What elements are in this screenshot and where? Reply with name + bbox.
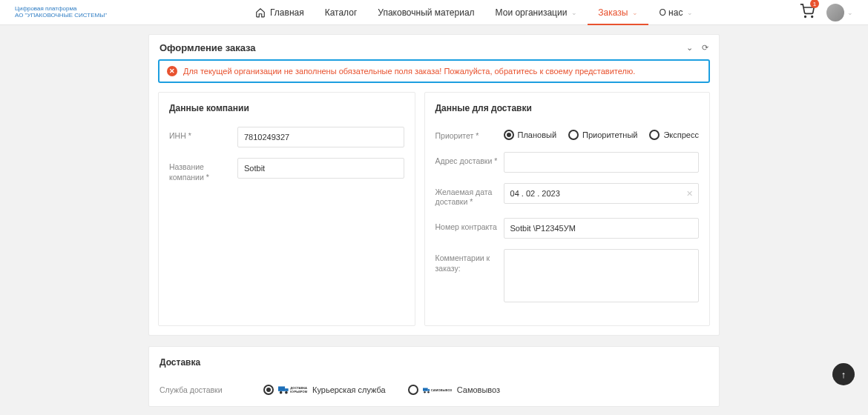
courier-icon: ДОСТАВКА КУРЬЕРОМ xyxy=(278,384,308,396)
svg-point-1 xyxy=(812,16,813,18)
delivery-pickup[interactable]: САМОВЫВОЗ Самовывоз xyxy=(408,384,500,396)
svg-text:КУРЬЕРОМ: КУРЬЕРОМ xyxy=(290,390,307,394)
logo-line2: АО "УПАКОВОЧНЫЕ СИСТЕМЫ" xyxy=(15,13,126,19)
header-right: 1 ⌄ xyxy=(800,4,853,21)
radio-icon xyxy=(649,130,660,140)
alert-text: Для текущей организации не заполнены обя… xyxy=(183,67,635,76)
svg-point-5 xyxy=(285,391,288,394)
collapse-icon[interactable]: ⌄ xyxy=(686,43,693,53)
refresh-icon[interactable]: ⟳ xyxy=(702,43,708,53)
svg-rect-3 xyxy=(285,388,289,391)
header: Цифровая платформа АО "УПАКОВОЧНЫЕ СИСТЕ… xyxy=(0,0,868,25)
svg-point-10 xyxy=(424,391,426,394)
svg-point-4 xyxy=(280,391,283,394)
card-tools: ⌄ ⟳ xyxy=(686,43,708,53)
company-heading: Данные компании xyxy=(169,103,404,113)
inn-input[interactable] xyxy=(237,127,404,147)
radio-icon xyxy=(568,130,579,140)
date-label: Желаемая дата доставки * xyxy=(435,183,504,208)
svg-rect-9 xyxy=(427,389,430,391)
date-input[interactable] xyxy=(504,183,699,204)
svg-rect-2 xyxy=(278,386,285,391)
error-icon: ✕ xyxy=(167,66,177,76)
courier-text: Курьерская служба xyxy=(312,385,386,394)
home-icon xyxy=(255,7,266,18)
address-label: Адрес доставки * xyxy=(435,152,504,167)
field-inn: ИНН * xyxy=(169,127,404,147)
field-priority: Приоритет * Плановый Приоритетный xyxy=(435,127,699,142)
delivery-card: Доставка Служба доставки ДОСТАВКА КУРЬЕР… xyxy=(148,346,720,407)
pickup-icon: САМОВЫВОЗ xyxy=(423,384,453,396)
clear-date-icon[interactable]: ✕ xyxy=(686,188,693,198)
cart-badge: 1 xyxy=(810,0,819,8)
main: Оформление заказа ⌄ ⟳ ✕ Для текущей орга… xyxy=(148,34,720,407)
field-date: Желаемая дата доставки * ✕ xyxy=(435,183,699,208)
nav-packaging[interactable]: Упаковочный материал xyxy=(367,0,484,25)
svg-point-0 xyxy=(805,16,806,18)
svg-text:САМОВЫВОЗ: САМОВЫВОЗ xyxy=(431,388,453,392)
contract-label: Номер контракта xyxy=(435,218,504,233)
delivery-heading: Доставка xyxy=(160,357,708,368)
company-name-label: Название компании * xyxy=(169,158,237,182)
card-header: Оформление заказа ⌄ ⟳ xyxy=(149,35,719,59)
delivery-options: ДОСТАВКА КУРЬЕРОМ Курьерская служба xyxy=(263,384,500,396)
address-input[interactable] xyxy=(504,152,699,173)
form-columns: Данные компании ИНН * Название компании … xyxy=(149,92,719,335)
nav-home[interactable]: Главная xyxy=(245,0,315,25)
chevron-down-icon: ⌄ xyxy=(571,9,577,16)
delivery-data-panel: Данные для доставки Приоритет * Плановый… xyxy=(424,92,710,326)
chevron-down-icon: ⌄ xyxy=(687,9,693,16)
card-title: Оформление заказа xyxy=(160,42,256,53)
logo[interactable]: Цифровая платформа АО "УПАКОВОЧНЫЕ СИСТЕ… xyxy=(15,6,126,19)
order-card: Оформление заказа ⌄ ⟳ ✕ Для текущей орга… xyxy=(148,34,720,336)
alert: ✕ Для текущей организации не заполнены о… xyxy=(158,59,710,83)
nav-orders[interactable]: Заказы ⌄ xyxy=(588,0,648,25)
nav: Главная Каталог Упаковочный материал Мои… xyxy=(245,0,703,25)
delivery-courier[interactable]: ДОСТАВКА КУРЬЕРОМ Курьерская служба xyxy=(263,384,386,396)
svg-rect-8 xyxy=(423,388,428,391)
delivery-service-row: Служба доставки ДОСТАВКА КУРЬЕРОМ xyxy=(160,384,708,396)
company-panel: Данные компании ИНН * Название компании … xyxy=(158,92,415,326)
priority-priority[interactable]: Приоритетный xyxy=(568,130,637,140)
scroll-top-button[interactable]: ↑ xyxy=(832,363,855,385)
priority-express[interactable]: Экспресс xyxy=(649,130,699,140)
nav-orgs[interactable]: Мои организации ⌄ xyxy=(485,0,588,25)
avatar xyxy=(826,4,844,21)
nav-catalog[interactable]: Каталог xyxy=(315,0,368,25)
field-comment: Комментарии к заказу: xyxy=(435,249,699,305)
radio-icon xyxy=(408,385,418,395)
nav-about[interactable]: О нас ⌄ xyxy=(648,0,703,25)
company-name-input[interactable] xyxy=(237,158,404,179)
field-contract: Номер контракта xyxy=(435,218,699,239)
pickup-text: Самовывоз xyxy=(457,385,500,394)
field-company-name: Название компании * xyxy=(169,158,404,182)
radio-icon xyxy=(263,385,274,395)
chevron-down-icon: ⌄ xyxy=(632,9,638,16)
priority-label: Приоритет * xyxy=(435,127,504,142)
comment-input[interactable] xyxy=(504,249,699,302)
arrow-up-icon: ↑ xyxy=(841,369,846,380)
user-menu[interactable]: ⌄ xyxy=(826,4,853,21)
priority-planned[interactable]: Плановый xyxy=(504,130,557,140)
delivery-service-label: Служба доставки xyxy=(160,385,263,394)
chevron-down-icon: ⌄ xyxy=(847,9,853,16)
inn-label: ИНН * xyxy=(169,127,237,142)
delivery-data-heading: Данные для доставки xyxy=(435,103,699,113)
priority-radio-group: Плановый Приоритетный Экспресс xyxy=(504,127,699,140)
svg-point-11 xyxy=(427,391,430,394)
cart-button[interactable]: 1 xyxy=(800,4,815,21)
comment-label: Комментарии к заказу: xyxy=(435,249,504,273)
contract-input[interactable] xyxy=(504,218,699,239)
field-address: Адрес доставки * xyxy=(435,152,699,173)
radio-icon xyxy=(504,130,514,140)
